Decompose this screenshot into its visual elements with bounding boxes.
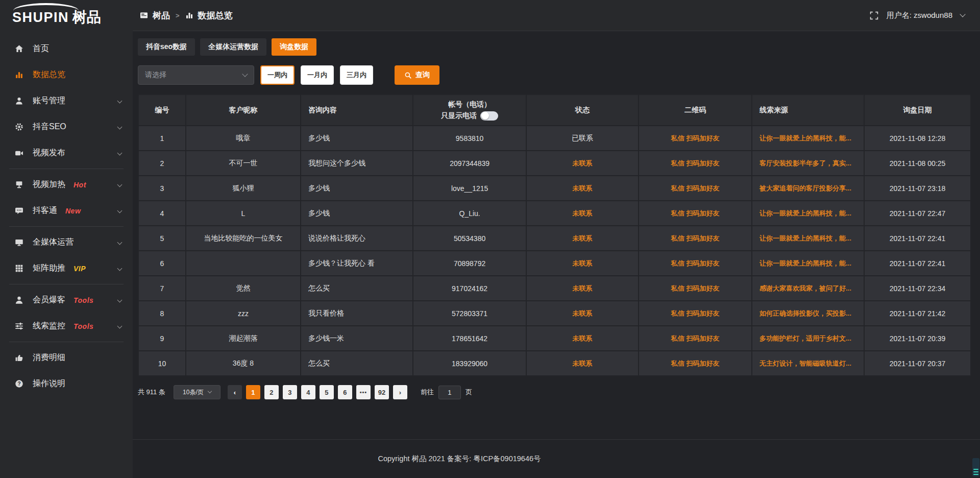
qrcode-link[interactable]: 私信 扫码加好友 [671, 159, 720, 167]
phone-only-toggle[interactable] [480, 111, 498, 121]
table-header-row: 编号客户昵称咨询内容帐号（电话）只显示电话状态二维码线索来源询盘日期 [138, 94, 971, 126]
table-row: 2不可一世我想问这个多少钱2097344839未联系私信 扫码加好友客厅安装投影… [138, 151, 971, 176]
query-button[interactable]: 查询 [395, 65, 439, 85]
page-button-5[interactable]: 5 [320, 385, 334, 399]
sidebar-item-operation-guide[interactable]: ?操作说明 [0, 371, 133, 397]
range-button-quarter[interactable]: 三月内 [340, 65, 373, 85]
cell-nickname: L [186, 201, 301, 226]
goto-page-input[interactable] [438, 386, 461, 399]
cell-status: 未联系 [526, 326, 639, 351]
chevron-down-icon [117, 298, 122, 303]
sidebar-item-clue-monitor[interactable]: 线索监控Tools [0, 313, 133, 339]
inquiry-table: 编号客户昵称咨询内容帐号（电话）只显示电话状态二维码线索来源询盘日期 1哦章多少… [138, 94, 971, 376]
source-link[interactable]: 如何正确选择投影仪，买投影... [760, 309, 851, 317]
page-size-select[interactable]: 10条/页 [174, 385, 220, 399]
next-page-button[interactable]: › [393, 385, 407, 399]
table-row: 8zzz我只看价格572803371未联系私信 扫码加好友如何正确选择投影仪，买… [138, 301, 971, 326]
page-button-4[interactable]: 4 [301, 385, 315, 399]
col-header-account: 帐号（电话）只显示电话 [413, 94, 526, 126]
cell-nickname: 当地比较能吃的一位美女 [186, 226, 301, 251]
badge-clue-monitor: Tools [74, 322, 93, 330]
ellipsis-button[interactable]: ••• [356, 385, 371, 399]
username-label[interactable]: 用户名: zswodun88 [887, 11, 952, 20]
sidebar-item-matrix-boost[interactable]: 矩阵助推VIP [0, 255, 133, 281]
chevron-down-icon [208, 389, 212, 393]
qrcode-link[interactable]: 私信 扫码加好友 [671, 284, 720, 292]
tab-omni-media-data[interactable]: 全媒体运营数据 [200, 38, 266, 56]
inquiry-table-wrap: 编号客户昵称咨询内容帐号（电话）只显示电话状态二维码线索来源询盘日期 1哦章多少… [138, 94, 971, 376]
sidebar: 首页数据总览账号管理抖音SEO视频发布视频加热Hot抖客通New全媒体运营矩阵助… [0, 31, 133, 478]
col-header-nickname: 客户昵称 [186, 94, 301, 126]
source-link[interactable]: 让你一眼就爱上的黑科技，能... [760, 209, 851, 217]
cell-nickname: 不可一世 [186, 151, 301, 176]
user-icon [14, 97, 24, 105]
source-link[interactable]: 无主灯设计，智能磁吸轨道灯... [760, 360, 851, 367]
sidebar-item-account-management[interactable]: 账号管理 [0, 88, 133, 114]
corner-widget[interactable] [972, 458, 979, 476]
qrcode-link[interactable]: 私信 扫码加好友 [671, 134, 720, 142]
sidebar-item-consumption-detail[interactable]: 消费明细 [0, 345, 133, 371]
page-button-2[interactable]: 2 [264, 385, 279, 399]
qrcode-link[interactable]: 私信 扫码加好友 [671, 360, 720, 367]
cell-nickname [186, 251, 301, 276]
goto-suffix: 页 [465, 388, 472, 397]
badge-video-heating: Hot [74, 181, 86, 189]
sidebar-item-douyin-seo[interactable]: 抖音SEO [0, 114, 133, 140]
sidebar-item-doukertong[interactable]: 抖客通New [0, 198, 133, 224]
source-link[interactable]: 多功能护栏灯，适用于乡村文... [760, 334, 851, 342]
cell-qrcode: 私信 扫码加好友 [639, 326, 752, 351]
qrcode-link[interactable]: 私信 扫码加好友 [671, 309, 720, 317]
cell-id: 1 [138, 126, 186, 151]
badge-matrix-boost: VIP [74, 265, 86, 273]
qrcode-link[interactable]: 私信 扫码加好友 [671, 259, 720, 267]
status-badge: 已联系 [572, 134, 593, 142]
tab-inquiry-data[interactable]: 询盘数据 [272, 38, 316, 56]
source-link[interactable]: 让你一眼就爱上的黑科技，能... [760, 234, 851, 242]
breadcrumb-item-root[interactable]: 树品 [153, 10, 170, 21]
source-link[interactable]: 让你一眼就爱上的黑科技，能... [760, 134, 851, 142]
cell-content: 多少钱？让我死心 看 [301, 251, 413, 276]
source-link[interactable]: 感谢大家喜欢我家，被问了好... [760, 284, 851, 292]
page-button-3[interactable]: 3 [283, 385, 297, 399]
sidebar-item-video-publish[interactable]: 视频发布 [0, 140, 133, 166]
cell-qrcode: 私信 扫码加好友 [639, 351, 752, 376]
source-link[interactable]: 客厅安装投影半年多了，真实... [760, 159, 851, 167]
status-badge: 未联系 [573, 259, 593, 267]
sidebar-item-member-burst[interactable]: 会员爆客Tools [0, 287, 133, 313]
cell-status: 未联系 [526, 176, 639, 201]
goto-label: 前往 [421, 388, 434, 397]
qrcode-link[interactable]: 私信 扫码加好友 [671, 334, 720, 342]
prev-page-button[interactable]: ‹ [228, 385, 242, 399]
filter-select[interactable]: 请选择 [138, 65, 254, 85]
app-logo[interactable]: SHUPIN 树品 [0, 0, 133, 31]
qrcode-link[interactable]: 私信 扫码加好友 [671, 184, 720, 192]
cell-date: 2021-11-07 20:37 [864, 351, 971, 376]
qrcode-link[interactable]: 私信 扫码加好友 [671, 209, 720, 217]
logo-text-cn: 树品 [72, 8, 101, 27]
sidebar-item-label: 首页 [33, 43, 49, 54]
chevron-down-icon [117, 324, 122, 329]
fullscreen-icon[interactable] [870, 11, 878, 20]
page-button-92[interactable]: 92 [375, 385, 389, 399]
cell-id: 3 [138, 176, 186, 201]
tab-douyin-seo-data[interactable]: 抖音seo数据 [138, 38, 195, 56]
page-button-1[interactable]: 1 [246, 385, 260, 399]
cell-status: 未联系 [526, 151, 639, 176]
source-link[interactable]: 让你一眼就爱上的黑科技，能... [760, 259, 851, 267]
sidebar-item-label: 会员爆客 [33, 295, 65, 305]
source-link[interactable]: 被大家追着问的客厅投影分享... [760, 184, 851, 192]
page-buttons: ‹123456•••92› [228, 385, 407, 399]
sidebar-item-video-heating[interactable]: 视频加热Hot [0, 172, 133, 198]
page-button-6[interactable]: 6 [338, 385, 352, 399]
filter-bar: 请选择 一周内一月内三月内 查询 [138, 65, 971, 85]
range-button-month[interactable]: 一月内 [301, 65, 334, 85]
cell-nickname: 哦章 [186, 126, 301, 151]
sidebar-item-data-overview[interactable]: 数据总览 [0, 62, 133, 88]
sidebar-item-home[interactable]: 首页 [0, 36, 133, 62]
range-button-week[interactable]: 一周内 [260, 65, 295, 85]
main-content: 抖音seo数据全媒体运营数据询盘数据 请选择 一周内一月内三月内 查询 编号客户… [133, 31, 980, 478]
user-chevron-down-icon[interactable] [960, 11, 965, 17]
table-row: 6多少钱？让我死心 看70898792未联系私信 扫码加好友让你一眼就爱上的黑科… [138, 251, 971, 276]
sidebar-item-omni-media[interactable]: 全媒体运营 [0, 229, 133, 255]
qrcode-link[interactable]: 私信 扫码加好友 [671, 234, 720, 242]
